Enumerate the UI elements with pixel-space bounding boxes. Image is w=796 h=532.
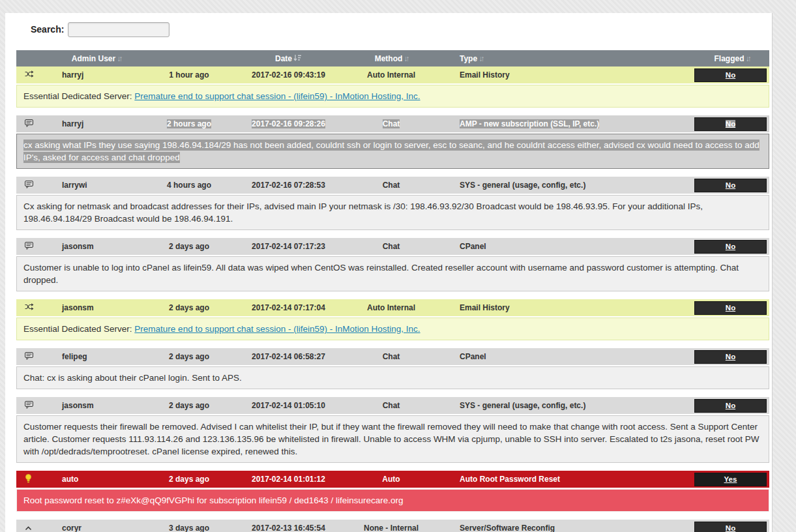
note-text: Essential Dedicated Server: Premature en… bbox=[16, 85, 769, 108]
sort-updown-icon: ↓↑ bbox=[117, 54, 121, 63]
timestamp: 2017-02-16 09:43:19 bbox=[231, 70, 346, 80]
timestamp: 2017-02-14 06:58:27 bbox=[231, 352, 346, 361]
comment-icon bbox=[16, 352, 46, 362]
log-entry: felipeg 2 days ago 2017-02-14 06:58:27 C… bbox=[16, 348, 769, 389]
admin-user: harryj bbox=[46, 70, 147, 80]
method: Chat bbox=[346, 181, 437, 190]
log-entry: harryj 1 hour ago 2017-02-16 09:43:19 Au… bbox=[16, 66, 769, 108]
column-header-date[interactable]: Date bbox=[231, 54, 346, 63]
timestamp: 2017-02-13 16:45:54 bbox=[231, 524, 346, 532]
flagged-toggle-button[interactable]: No bbox=[694, 522, 767, 532]
comment-icon bbox=[16, 181, 46, 190]
admin-user: coryr bbox=[46, 524, 147, 532]
search-bar: Search: bbox=[5, 13, 772, 40]
method: Auto Internal bbox=[346, 303, 437, 312]
log-entry-header[interactable]: felipeg 2 days ago 2017-02-14 06:58:27 C… bbox=[16, 348, 769, 365]
admin-user: larrywi bbox=[46, 181, 147, 190]
flagged-toggle-button[interactable]: No bbox=[694, 399, 767, 413]
log-table: Admin User↓↑ Date Method↓↑ Type↓↑ Flagge… bbox=[16, 50, 769, 532]
admin-user: felipeg bbox=[46, 352, 147, 361]
relative-time: 1 hour ago bbox=[147, 70, 231, 80]
admin-user: jasonsm bbox=[46, 401, 147, 410]
timestamp: 2017-02-14 01:01:12 bbox=[231, 475, 346, 484]
timestamp: 2017-02-16 09:28:26 bbox=[231, 119, 346, 128]
method: Auto bbox=[346, 475, 437, 484]
note-text: Customer is unable to log into cPanel as… bbox=[16, 256, 769, 291]
entry-type: Auto Root Password Reset bbox=[437, 475, 694, 484]
relative-time: 2 days ago bbox=[147, 475, 231, 484]
note-link[interactable]: Premature end to support chat session - … bbox=[134, 324, 420, 334]
method: None - Internal bbox=[346, 524, 437, 532]
note-link[interactable]: Premature end to support chat session - … bbox=[134, 91, 420, 101]
log-entry-header[interactable]: harryj 2 hours ago 2017-02-16 09:28:26 C… bbox=[16, 115, 769, 132]
method: Chat bbox=[346, 401, 437, 410]
search-label: Search: bbox=[31, 24, 64, 35]
caret-up-icon bbox=[16, 524, 46, 532]
entry-type: CPanel bbox=[437, 242, 694, 251]
log-entry-header[interactable]: coryr 3 days ago 2017-02-13 16:45:54 Non… bbox=[16, 520, 769, 532]
log-entry: jasonsm 2 days ago 2017-02-14 07:17:23 C… bbox=[16, 238, 769, 291]
note-text: Cx asking for netmask and broadcast addr… bbox=[16, 195, 769, 230]
sort-updown-icon: ↓↑ bbox=[479, 54, 482, 63]
log-entry-header[interactable]: auto 2 days ago 2017-02-14 01:01:12 Auto… bbox=[16, 471, 769, 488]
log-entry-header[interactable]: jasonsm 2 days ago 2017-02-14 01:05:10 C… bbox=[16, 397, 769, 414]
entry-type: SYS - general (usage, config, etc.) bbox=[437, 181, 694, 190]
log-entry-header[interactable]: jasonsm 2 days ago 2017-02-14 07:17:04 A… bbox=[16, 299, 769, 316]
sort-amount-desc-icon bbox=[293, 54, 302, 62]
log-entry: jasonsm 2 days ago 2017-02-14 07:17:04 A… bbox=[16, 299, 769, 340]
flagged-toggle-button[interactable]: No bbox=[694, 68, 767, 82]
flagged-toggle-button[interactable]: No bbox=[694, 240, 767, 254]
comment-icon bbox=[16, 242, 46, 252]
log-entry-header[interactable]: jasonsm 2 days ago 2017-02-14 07:17:23 C… bbox=[16, 238, 769, 255]
method: Chat bbox=[346, 119, 437, 128]
log-entry: jasonsm 2 days ago 2017-02-14 01:05:10 C… bbox=[16, 397, 769, 463]
entry-type: Email History bbox=[437, 303, 694, 312]
note-text: Customer requests their firewall be remo… bbox=[16, 415, 769, 463]
shuffle-icon bbox=[16, 303, 46, 312]
log-entry: harryj 2 hours ago 2017-02-16 09:28:26 C… bbox=[16, 115, 769, 169]
note-text: Essential Dedicated Server: Premature en… bbox=[16, 318, 769, 340]
relative-time: 2 hours ago bbox=[147, 119, 231, 128]
log-entry-header[interactable]: harryj 1 hour ago 2017-02-16 09:43:19 Au… bbox=[16, 66, 769, 83]
search-input[interactable] bbox=[68, 22, 170, 37]
entry-type: AMP - new subscription (SSL, IP, etc.) bbox=[437, 119, 694, 128]
flagged-toggle-button[interactable]: No bbox=[694, 179, 767, 192]
admin-user: harryj bbox=[46, 119, 147, 128]
timestamp: 2017-02-14 01:05:10 bbox=[231, 401, 346, 410]
column-header-admin-user[interactable]: Admin User↓↑ bbox=[46, 54, 147, 63]
entry-type: SYS - general (usage, config, etc.) bbox=[437, 401, 694, 410]
log-entry-flagged: auto 2 days ago 2017-02-14 01:01:12 Auto… bbox=[16, 471, 769, 512]
log-entry-header[interactable]: larrywi 4 hours ago 2017-02-16 07:28:53 … bbox=[16, 177, 769, 194]
column-header-type[interactable]: Type↓↑ bbox=[437, 54, 694, 63]
method: Auto Internal bbox=[346, 70, 437, 80]
relative-time: 2 days ago bbox=[147, 242, 231, 251]
column-header-flagged[interactable]: Flagged↓↑ bbox=[694, 54, 769, 63]
flagged-toggle-button[interactable]: No bbox=[694, 301, 767, 315]
shuffle-icon bbox=[16, 70, 46, 80]
sort-updown-icon: ↓↑ bbox=[746, 54, 750, 63]
note-text: Chat: cx is asking about their cPanel lo… bbox=[16, 366, 769, 389]
relative-time: 3 days ago bbox=[147, 524, 231, 532]
admin-user: jasonsm bbox=[46, 242, 147, 251]
note-text: cx asking what IPs they use saying 198.4… bbox=[16, 134, 769, 169]
lightbulb-icon bbox=[16, 474, 46, 485]
entry-type: CPanel bbox=[437, 352, 694, 361]
timestamp: 2017-02-14 07:17:23 bbox=[231, 242, 346, 251]
comment-icon bbox=[16, 401, 46, 411]
table-header: Admin User↓↑ Date Method↓↑ Type↓↑ Flagge… bbox=[16, 50, 769, 66]
relative-time: 2 days ago bbox=[147, 303, 231, 312]
method: Chat bbox=[346, 242, 437, 251]
column-header-method[interactable]: Method↓↑ bbox=[346, 54, 437, 63]
entry-type: Server/Software Reconfig bbox=[437, 524, 694, 532]
timestamp: 2017-02-14 07:17:04 bbox=[231, 303, 346, 312]
sort-updown-icon: ↓↑ bbox=[404, 54, 407, 63]
log-entry: larrywi 4 hours ago 2017-02-16 07:28:53 … bbox=[16, 177, 769, 230]
flagged-toggle-button[interactable]: No bbox=[694, 117, 767, 131]
relative-time: 2 days ago bbox=[147, 401, 231, 410]
note-text: Root password reset to z#eXk@qQ9fVGPhi f… bbox=[16, 489, 769, 512]
flagged-toggle-button[interactable]: Yes bbox=[694, 473, 767, 486]
relative-time: 2 days ago bbox=[147, 352, 231, 361]
flagged-toggle-button[interactable]: No bbox=[694, 350, 767, 364]
admin-user: jasonsm bbox=[46, 303, 147, 312]
method: Chat bbox=[346, 352, 437, 361]
